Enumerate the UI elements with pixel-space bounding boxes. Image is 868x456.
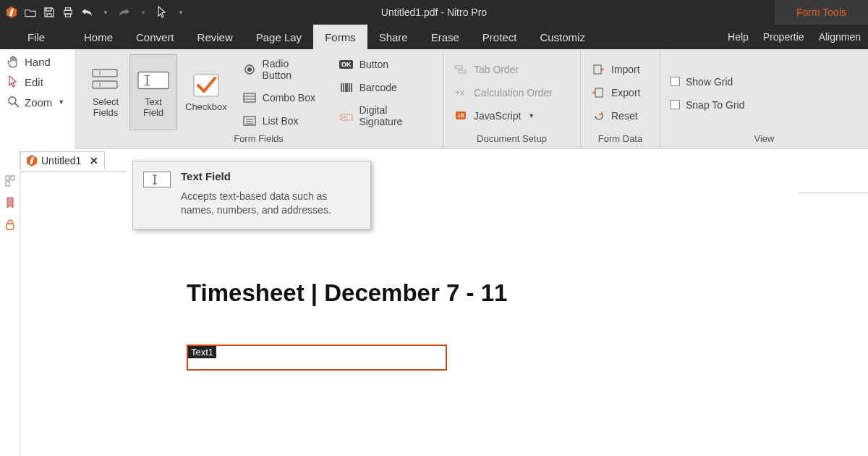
menu-share[interactable]: Share (367, 25, 420, 49)
cursor-select-icon[interactable] (156, 7, 168, 18)
barcode-button[interactable]: Barcode (336, 80, 435, 96)
group-document-setup-label: Document Setup (451, 130, 573, 148)
svg-point-3 (9, 97, 16, 104)
menu-erase[interactable]: Erase (420, 25, 471, 49)
menu-help[interactable]: Help (720, 25, 756, 49)
menu-convert[interactable]: Convert (124, 25, 186, 49)
svg-rect-30 (455, 66, 462, 69)
checkbox-icon (671, 77, 680, 86)
javascript-button[interactable]: JS JavaScript ▼ (451, 108, 573, 124)
thumbnails-icon[interactable] (4, 175, 16, 187)
svg-rect-38 (7, 224, 14, 229)
text-field-instance[interactable]: Text1 (187, 345, 447, 371)
menu-file[interactable]: File (0, 25, 72, 49)
zoom-icon (7, 96, 20, 109)
menu-alignment[interactable]: Alignmen (812, 25, 868, 49)
checkbox-button[interactable]: Checkbox (177, 54, 235, 130)
field-name-badge: Text1 (188, 346, 216, 358)
checkbox-label: Checkbox (185, 102, 227, 112)
radio-button-label: Radio Button (263, 58, 320, 81)
snap-to-grid-toggle[interactable]: Snap To Grid (668, 98, 747, 112)
print-icon[interactable] (62, 7, 74, 18)
javascript-label: JavaScript (474, 110, 521, 122)
document-tab[interactable]: Untitled1 ✕ (20, 151, 105, 169)
pdf-icon (27, 155, 37, 166)
snap-to-grid-label: Snap To Grid (686, 99, 744, 111)
tab-order-label: Tab Order (474, 64, 519, 75)
text-field-icon (137, 67, 169, 94)
undo-dropdown-icon[interactable]: ▼ (100, 7, 111, 18)
digital-signature-button[interactable]: Digital Signature (336, 103, 435, 129)
bookmarks-icon[interactable] (4, 197, 16, 208)
combo-box-label: Combo Box (263, 92, 315, 104)
select-fields-button[interactable]: Select Fields (82, 54, 129, 130)
list-box-button[interactable]: List Box (239, 113, 323, 129)
form-tools-contextual-tab[interactable]: Form Tools (775, 0, 868, 25)
hand-tool[interactable]: Hand (7, 55, 67, 68)
text-field-label: Text Field (143, 97, 163, 118)
barcode-label: Barcode (359, 82, 397, 93)
open-icon[interactable] (25, 7, 36, 18)
text-field-button[interactable]: Text Field (129, 54, 177, 130)
menu-page-layout[interactable]: Page Lay (244, 25, 313, 49)
text-field-tooltip: Text Field Accepts text-based data such … (132, 161, 371, 229)
redo-dropdown-icon[interactable]: ▼ (137, 7, 149, 18)
svg-rect-1 (65, 8, 70, 11)
svg-rect-35 (6, 176, 9, 180)
menu-forms[interactable]: Forms (313, 25, 367, 49)
redo-icon[interactable] (119, 7, 130, 18)
chevron-down-icon: ▼ (58, 98, 64, 106)
digital-signature-label: Digital Signature (359, 104, 433, 127)
svg-text:+x: +x (455, 88, 464, 98)
reset-label: Reset (611, 110, 638, 122)
close-tab-button[interactable]: ✕ (90, 155, 98, 166)
radio-button-button[interactable]: Radio Button (239, 56, 323, 83)
import-icon (591, 63, 605, 76)
hand-label: Hand (25, 56, 51, 68)
document-tab-name: Untitled1 (41, 155, 81, 166)
zoom-tool[interactable]: Zoom ▼ (7, 96, 67, 109)
svg-rect-31 (459, 70, 466, 73)
combo-box-button[interactable]: Combo Box (239, 90, 323, 106)
menu-protect[interactable]: Protect (471, 25, 529, 49)
edit-tool[interactable]: Edit (7, 75, 67, 88)
select-fields-label: Select Fields (93, 97, 119, 118)
reset-button[interactable]: Reset (588, 108, 652, 124)
export-button[interactable]: Export (588, 85, 652, 101)
barcode-icon (339, 81, 354, 94)
zoom-label: Zoom (25, 96, 52, 109)
menu-customize[interactable]: Customiz (528, 25, 597, 49)
checkbox-icon (190, 72, 222, 99)
svg-rect-34 (595, 88, 603, 97)
group-form-data-label: Form Data (588, 130, 652, 148)
calculation-order-button[interactable]: +x Calculation Order (451, 85, 573, 101)
export-label: Export (611, 87, 640, 98)
svg-line-4 (15, 104, 19, 107)
ok-button-icon: OK (339, 58, 354, 71)
menu-properties[interactable]: Propertie (756, 25, 812, 49)
titlebar: ▼ ▼ ▼ Untitled1.pdf - Nitro Pro Form Too… (0, 0, 868, 25)
text-field-icon (143, 172, 171, 187)
tab-order-icon (454, 63, 468, 76)
signature-icon (339, 109, 354, 122)
edit-cursor-icon (7, 75, 20, 88)
checkbox-icon (671, 100, 680, 109)
show-grid-toggle[interactable]: Show Grid (668, 75, 747, 89)
menubar: File Home Convert Review Page Lay Forms … (0, 25, 868, 49)
menu-review[interactable]: Review (186, 25, 244, 49)
tab-order-button[interactable]: Tab Order (451, 62, 573, 77)
group-form-fields-label: Form Fields (82, 130, 435, 148)
svg-rect-37 (6, 182, 9, 186)
save-icon[interactable] (43, 7, 55, 18)
calculation-icon: +x (454, 86, 468, 99)
button-button[interactable]: OK Button (336, 56, 435, 72)
cursor-dropdown-icon[interactable]: ▼ (175, 7, 187, 18)
list-box-icon (242, 114, 257, 127)
security-icon[interactable] (4, 219, 16, 230)
menu-home[interactable]: Home (72, 25, 124, 49)
forms-ribbon: Select Fields Text Field Checkbox (75, 49, 868, 149)
import-button[interactable]: Import (588, 62, 652, 77)
tooltip-description: Accepts text-based data such as names, n… (181, 190, 360, 217)
undo-icon[interactable] (81, 7, 93, 18)
import-label: Import (611, 64, 640, 75)
